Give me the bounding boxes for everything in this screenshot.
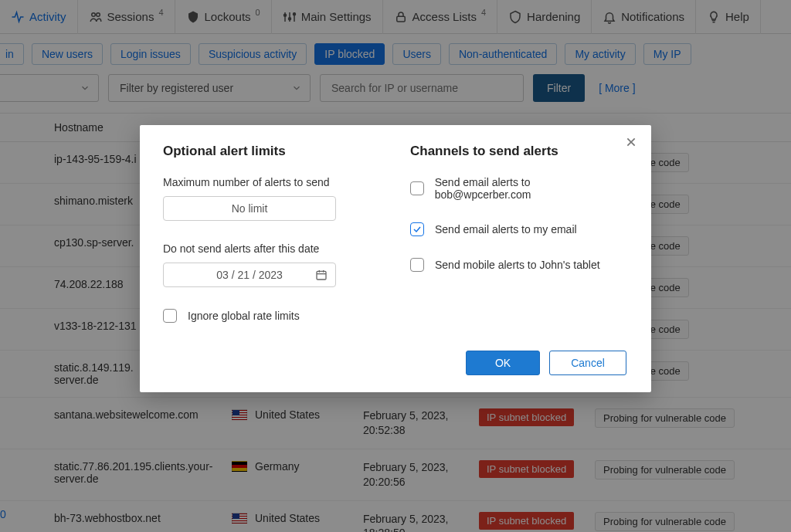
ok-button[interactable]: OK <box>466 351 540 375</box>
channel-mobile-label: Send mobile alerts to John's tablet <box>435 259 600 271</box>
ignore-rate-label: Ignore global rate limits <box>188 310 300 322</box>
date-cutoff-label: Do not send alerts after this date <box>163 242 379 255</box>
channel-email-my-label: Send email alerts to my email <box>435 223 577 236</box>
channel-email-bob-checkbox[interactable] <box>410 181 424 195</box>
channel-mobile-checkbox[interactable] <box>410 258 424 272</box>
modal-col-channels: Channels to send alerts Send email alert… <box>410 144 626 344</box>
calendar-icon <box>315 269 328 281</box>
modal-overlay[interactable]: Optional alert limits Maximum number of … <box>0 0 791 532</box>
max-alerts-input[interactable]: No limit <box>163 196 336 221</box>
svg-rect-11 <box>317 271 326 280</box>
ignore-rate-checkbox[interactable] <box>163 309 177 323</box>
close-button[interactable] <box>622 133 640 151</box>
limits-heading: Optional alert limits <box>163 144 379 159</box>
channel-email-my-checkbox[interactable] <box>410 222 424 236</box>
max-alerts-label: Maximum number of alerts to send <box>163 176 379 188</box>
date-input[interactable]: 03 / 21 / 2023 <box>163 263 336 287</box>
cancel-button[interactable]: Cancel <box>549 351 626 375</box>
alert-settings-modal: Optional alert limits Maximum number of … <box>140 125 651 392</box>
max-alerts-value: No limit <box>232 202 268 215</box>
modal-col-limits: Optional alert limits Maximum number of … <box>163 144 379 344</box>
date-value: 03 / 21 / 2023 <box>216 269 283 281</box>
channel-email-bob-label: Send email alerts to bob@wpcerber.com <box>435 176 626 201</box>
channels-heading: Channels to send alerts <box>410 144 626 159</box>
